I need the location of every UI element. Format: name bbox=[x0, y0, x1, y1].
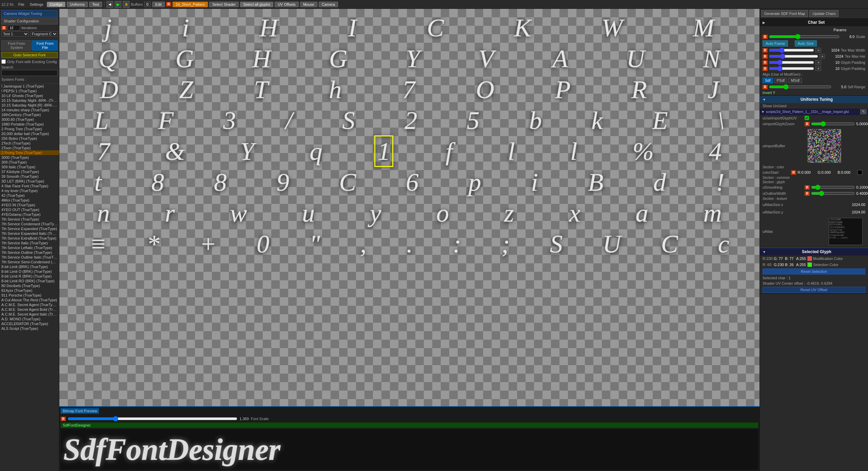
font-item[interactable]: 7th Service Semi-Condensed (TrueType) bbox=[0, 260, 59, 264]
font-item[interactable]: 37 Kilobyte (TrueType) bbox=[0, 169, 59, 174]
reset-uv-button[interactable]: Reset UV Offset bbox=[763, 287, 865, 293]
font-item[interactable]: ! PEPSI 1 (TrueType) bbox=[0, 89, 59, 93]
glyph-item[interactable]: Q bbox=[97, 44, 118, 73]
shader-config-button[interactable]: Shader Configuration bbox=[1, 18, 58, 24]
glyph-item[interactable]: k bbox=[590, 106, 604, 134]
font-item[interactable]: 7th Service Outline (TrueType) bbox=[0, 250, 59, 255]
glyph-item[interactable]: H bbox=[251, 44, 272, 73]
glyph-item[interactable]: i bbox=[530, 168, 539, 196]
play-button[interactable]: ▶ bbox=[115, 1, 121, 8]
gpad2-slider[interactable] bbox=[769, 66, 814, 71]
smoothing-slider[interactable] bbox=[811, 185, 855, 190]
font-item[interactable]: 10.15 Saturday Night [R] -BRK- (TrueType… bbox=[0, 103, 59, 108]
glyph-item[interactable]: C bbox=[426, 14, 445, 42]
font-item[interactable]: 1980 Portable (TrueType) bbox=[0, 122, 59, 127]
glyph-item[interactable]: 4 bbox=[708, 137, 723, 165]
font-item[interactable]: 3000.80 (TrueType) bbox=[0, 117, 59, 122]
auto-size-button[interactable]: Auto Size bbox=[795, 40, 817, 46]
glyph-item[interactable]: : bbox=[452, 230, 463, 258]
glyph-item[interactable]: ; bbox=[500, 230, 511, 258]
glyph-item[interactable]: o bbox=[435, 199, 451, 227]
tex-plus-gp1[interactable]: + bbox=[815, 60, 821, 65]
glyph-item[interactable]: p bbox=[467, 168, 483, 196]
edit-button[interactable]: Edit bbox=[152, 2, 165, 7]
use-import-glyph-checkbox[interactable] bbox=[805, 116, 809, 120]
font-from-system-tab[interactable]: Font From System bbox=[1, 40, 32, 51]
import-zoom-slider[interactable] bbox=[811, 121, 855, 126]
glyph-item[interactable]: N bbox=[702, 44, 722, 73]
goto-selected-font-button[interactable]: Goto Selected Font bbox=[1, 52, 58, 58]
glyph-item[interactable]: z bbox=[503, 199, 515, 227]
font-item[interactable]: ALS Script (TrueType) bbox=[0, 326, 59, 331]
glyph-item[interactable]: 6 bbox=[405, 168, 420, 196]
glyph-item[interactable]: \ bbox=[716, 106, 726, 134]
outline-slider[interactable] bbox=[811, 191, 855, 196]
glyph-item[interactable]: S bbox=[341, 106, 356, 134]
glyph-item[interactable]: r bbox=[163, 199, 176, 227]
glyph-item[interactable]: U bbox=[601, 230, 622, 258]
menu-settings[interactable]: Settings bbox=[28, 2, 45, 7]
font-item[interactable]: 4YEO IN (TrueType) bbox=[0, 203, 59, 207]
menu-file[interactable]: File bbox=[16, 2, 26, 7]
font-item[interactable]: 8-bit Limit R (BRK) (TrueType) bbox=[0, 274, 59, 279]
font-item[interactable]: 7th Service Italic (TrueType) bbox=[0, 241, 59, 245]
test-select[interactable]: Test 1 bbox=[1, 31, 29, 37]
glyph-item[interactable]: i bbox=[181, 14, 191, 42]
glyph-item[interactable]: a bbox=[634, 199, 650, 227]
glyph-item[interactable]: U bbox=[625, 44, 646, 73]
font-item[interactable]: 7th Service Outline Italic (TrueType) bbox=[0, 255, 59, 260]
font-item[interactable]: 309 Italic (TrueType) bbox=[0, 165, 59, 169]
glyph-item[interactable]: C bbox=[338, 168, 357, 196]
glyph-item[interactable]: G bbox=[174, 44, 195, 73]
tex-plus-gp2[interactable]: + bbox=[815, 66, 821, 71]
gpad1-slider[interactable] bbox=[769, 60, 814, 65]
glyph-item[interactable]: W bbox=[600, 14, 624, 42]
glyph-item[interactable]: / bbox=[284, 106, 294, 134]
glyph-item[interactable]: 8 bbox=[213, 168, 228, 196]
glyph-item[interactable]: M bbox=[692, 14, 715, 42]
glyph-item[interactable]: c bbox=[717, 230, 731, 258]
glyph-item[interactable]: B bbox=[587, 168, 605, 196]
uniforms-tuning-header[interactable]: ▼ Uniforms Tuning bbox=[760, 96, 868, 103]
reset-selection-button[interactable]: Reset Selection bbox=[763, 268, 865, 275]
font-item[interactable]: 7th Service Condensed (TrueType) bbox=[0, 222, 59, 226]
glyph-item[interactable]: ≡ bbox=[88, 230, 108, 258]
font-item[interactable]: 814yzx (TrueType) bbox=[0, 288, 59, 293]
select-shader-button[interactable]: Select Shader bbox=[209, 2, 239, 7]
glyph-item[interactable]: S bbox=[549, 230, 564, 258]
auto-frame-button[interactable]: Auto Frame bbox=[763, 40, 788, 46]
glyph-item[interactable]: J bbox=[706, 75, 720, 103]
font-item[interactable]: 911 Porsche (TrueType) bbox=[0, 293, 59, 298]
camera-button[interactable]: Camera bbox=[319, 2, 338, 7]
font-item[interactable]: A.C.M.E. Secret Agent (TrueType) bbox=[0, 302, 59, 307]
glyph-item[interactable]: + bbox=[198, 230, 218, 258]
font-item[interactable]: 3D LET (BRK) (TrueType) bbox=[0, 179, 59, 184]
glyph-item[interactable]: C bbox=[659, 230, 679, 258]
font-item[interactable]: 3000 (TrueType) bbox=[0, 155, 59, 160]
font-item[interactable]: 4YEOstamp (TrueType) bbox=[0, 212, 59, 217]
glyph-item[interactable]: 2 bbox=[403, 106, 419, 134]
script-edit-button[interactable]: ✎ bbox=[860, 109, 867, 114]
glyph-item[interactable]: ! bbox=[714, 168, 726, 196]
glyph-item[interactable]: D bbox=[99, 75, 120, 103]
font-item[interactable]: A.D. MONO (TrueType) bbox=[0, 317, 59, 321]
glyph-viewport[interactable]: jiHICKWMQGHGYVAUNDZTh7OPRJLF3/S25bkE\7&Y… bbox=[59, 9, 760, 406]
mod-color-swatch[interactable] bbox=[807, 256, 812, 261]
tex-height-slider[interactable] bbox=[769, 54, 818, 59]
selected-glyph-header[interactable]: ▼ Selected Glyph bbox=[760, 248, 868, 256]
font-item[interactable]: 4Mini (TrueType) bbox=[0, 198, 59, 203]
test-button[interactable]: Test bbox=[89, 2, 102, 7]
sel-color-swatch[interactable] bbox=[807, 262, 812, 267]
select-all-glyphs-button[interactable]: Select all glyphs bbox=[240, 2, 273, 7]
glyph-item[interactable]: Z bbox=[178, 75, 195, 103]
font-item[interactable]: A.C.M.E. Secret Agent Bold (TrueType) bbox=[0, 307, 59, 312]
glyph-item[interactable]: & bbox=[164, 137, 186, 165]
glyph-item[interactable]: T bbox=[253, 75, 270, 103]
glyph-item[interactable]: P bbox=[554, 75, 572, 103]
tex-plus-h[interactable]: + bbox=[820, 54, 825, 59]
font-item[interactable]: 7th Service Expanded (TrueType) bbox=[0, 226, 59, 231]
tex-plus-w[interactable]: + bbox=[815, 48, 821, 53]
glyph-item[interactable]: u bbox=[301, 199, 316, 227]
font-item[interactable]: 80 Decibels (TrueType) bbox=[0, 283, 59, 288]
glyph-item[interactable]: j bbox=[103, 14, 113, 42]
